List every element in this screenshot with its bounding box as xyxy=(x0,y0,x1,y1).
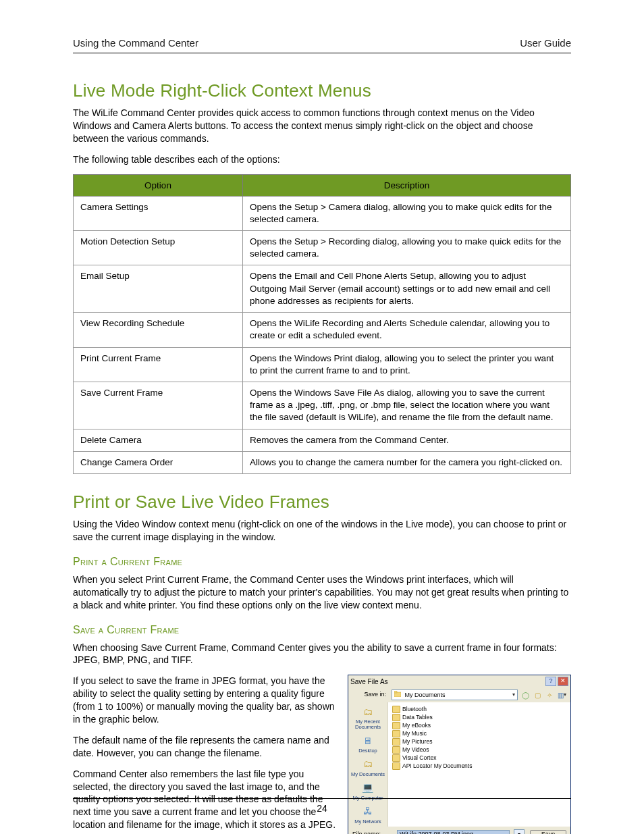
table-row: Change Camera OrderAllows you to change … xyxy=(74,451,571,473)
table-row: Print Current FrameOpens the Windows Pri… xyxy=(74,347,571,382)
back-icon[interactable]: ◯ xyxy=(520,690,530,700)
context-menu-options-table: Option Description Camera SettingsOpens … xyxy=(73,174,571,475)
folder-icon xyxy=(392,722,400,729)
computer-icon: 💻 xyxy=(360,781,375,795)
option-cell: Camera Settings xyxy=(74,196,243,230)
table-header-description: Description xyxy=(243,174,571,196)
option-cell: Print Current Frame xyxy=(74,347,243,382)
header-rule xyxy=(73,53,571,53)
folder-icon xyxy=(392,730,400,737)
option-cell: Email Setup xyxy=(74,265,243,313)
list-item[interactable]: My eBooks xyxy=(392,721,566,729)
close-icon[interactable]: ✕ xyxy=(558,677,568,686)
running-header-right: User Guide xyxy=(520,37,571,49)
place-desktop[interactable]: 🖥Desktop xyxy=(358,734,377,754)
description-cell: Removes the camera from the Command Cent… xyxy=(243,429,571,451)
section1-lead: The following table describes each of th… xyxy=(73,153,571,166)
table-row: View Recording ScheduleOpens the WiLife … xyxy=(74,313,571,347)
section2-intro: Using the Video Window context menu (rig… xyxy=(73,518,571,544)
folder-icon xyxy=(394,691,401,697)
views-icon[interactable]: ▥▾ xyxy=(557,690,566,700)
description-cell: Opens the Setup > Camera dialog, allowin… xyxy=(243,196,571,230)
chevron-down-icon: ▾ xyxy=(512,692,515,698)
save-current-frame-p2: If you select to save the frame in JPEG … xyxy=(73,675,340,726)
table-header-option: Option xyxy=(74,174,243,196)
folder-icon xyxy=(392,706,400,713)
svg-rect-1 xyxy=(394,691,397,693)
dialog-title: Save File As xyxy=(350,678,388,685)
place-recent[interactable]: 🗂My Recent Documents xyxy=(348,705,387,730)
subheading-save-current-frame: Save a Current Frame xyxy=(73,624,571,636)
page-number: 24 xyxy=(317,803,327,814)
savein-value: My Documents xyxy=(405,692,446,698)
option-cell: Delete Camera xyxy=(74,429,243,451)
description-cell: Opens the WiLife Recording and Alerts Sc… xyxy=(243,313,571,347)
save-current-frame-p1: When choosing Save Current Frame, Comman… xyxy=(73,642,571,667)
list-item[interactable]: API Locator My Documents xyxy=(392,762,566,770)
save-current-frame-p3: The default name of the file represents … xyxy=(73,734,340,760)
folder-icon xyxy=(392,738,400,746)
documents-icon: 🗂 xyxy=(360,758,375,771)
table-row: Motion Detection SetupOpens the Setup > … xyxy=(74,231,571,265)
heading-print-or-save: Print or Save Live Video Frames xyxy=(73,492,571,513)
section1-intro: The WiLife Command Center provides quick… xyxy=(73,107,571,145)
description-cell: Opens the Email and Cell Phone Alerts Se… xyxy=(243,265,571,313)
recent-icon: 🗂 xyxy=(360,705,375,719)
savein-label: Save in: xyxy=(352,692,389,698)
option-cell: Motion Detection Setup xyxy=(74,231,243,265)
place-documents[interactable]: 🗂My Documents xyxy=(351,758,385,777)
list-item[interactable]: Data Tables xyxy=(392,713,566,721)
description-cell: Opens the Setup > Recording dialog, allo… xyxy=(243,231,571,265)
folder-icon xyxy=(392,746,400,754)
desktop-icon: 🖥 xyxy=(360,734,375,748)
filename-label: File name: xyxy=(352,831,393,834)
description-cell: Opens the Windows Print dialog, allowing… xyxy=(243,347,571,382)
option-cell: Save Current Frame xyxy=(74,382,243,429)
folder-icon xyxy=(392,714,400,721)
description-cell: Opens the Windows Save File As dialog, a… xyxy=(243,382,571,429)
save-button[interactable]: Save xyxy=(530,830,566,834)
table-row: Save Current FrameOpens the Windows Save… xyxy=(74,382,571,429)
table-row: Delete CameraRemoves the camera from the… xyxy=(74,429,571,451)
folder-icon xyxy=(392,762,400,770)
subheading-print-current-frame: Print a Current Frame xyxy=(73,556,571,568)
help-icon[interactable]: ? xyxy=(545,677,556,686)
up-icon[interactable]: ▢ xyxy=(533,690,542,700)
filename-field[interactable]: WiLife 2007-08-03 PM.jpeg xyxy=(397,830,510,834)
list-item[interactable]: Visual Cortex xyxy=(392,754,566,762)
option-cell: Change Camera Order xyxy=(74,451,243,473)
new-folder-icon[interactable]: ✧ xyxy=(545,690,554,700)
running-header-left: Using the Command Center xyxy=(73,37,198,49)
folder-icon xyxy=(392,754,400,762)
table-row: Email SetupOpens the Email and Cell Phon… xyxy=(74,265,571,313)
list-item[interactable]: My Pictures xyxy=(392,737,566,746)
savein-combo[interactable]: My Documents ▾ xyxy=(392,689,518,700)
list-item[interactable]: Bluetooth xyxy=(392,705,566,713)
table-row: Camera SettingsOpens the Setup > Camera … xyxy=(74,196,571,230)
description-cell: Allows you to change the camera number f… xyxy=(243,451,571,473)
chevron-down-icon[interactable]: ▾ xyxy=(514,829,525,834)
heading-live-mode-context-menus: Live Mode Right-Click Context Menus xyxy=(73,80,571,101)
option-cell: View Recording Schedule xyxy=(74,313,243,347)
list-item[interactable]: My Music xyxy=(392,729,566,737)
list-item[interactable]: My Videos xyxy=(392,746,566,754)
print-current-frame-text: When you select Print Current Frame, the… xyxy=(73,573,571,612)
